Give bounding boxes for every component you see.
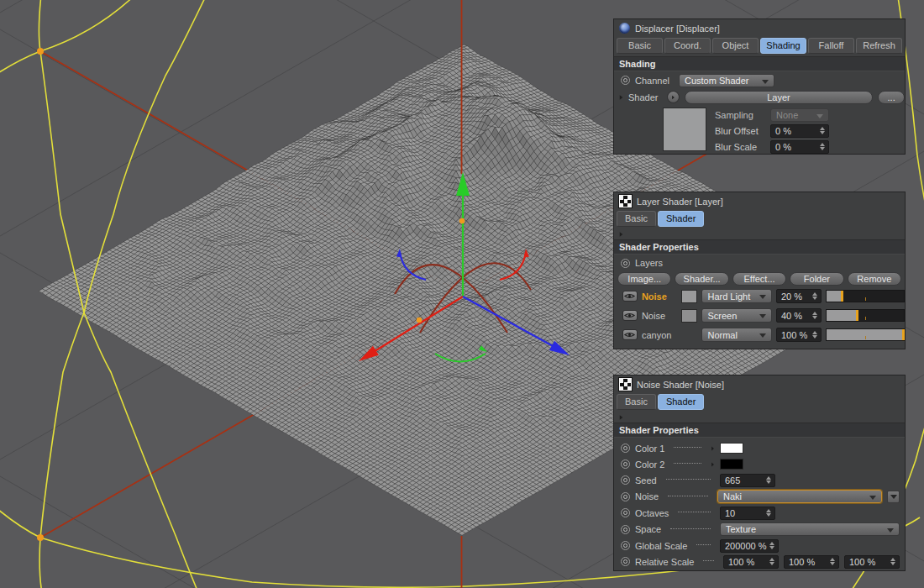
shading-section-header: Shading xyxy=(614,56,905,71)
color2-radio[interactable] xyxy=(621,459,630,469)
stepper-icon[interactable] xyxy=(768,540,776,552)
expand-arrow-icon[interactable] xyxy=(711,462,714,466)
effect-button[interactable]: Effect... xyxy=(732,272,786,286)
dotted-leader xyxy=(674,446,701,448)
relative-scale-radio[interactable] xyxy=(621,557,630,566)
noise-radio[interactable] xyxy=(621,492,630,501)
tab-basic[interactable]: Basic xyxy=(617,394,656,410)
color2-label: Color 2 xyxy=(635,459,664,470)
seed-radio[interactable] xyxy=(621,475,630,485)
stepper-icon[interactable] xyxy=(811,328,819,341)
tab-coord[interactable]: Coord. xyxy=(664,38,711,54)
relative-scale-label: Relative Scale xyxy=(635,557,694,567)
global-scale-radio[interactable] xyxy=(621,541,630,550)
channel-radio[interactable] xyxy=(621,76,630,85)
tab-object[interactable]: Object xyxy=(712,38,759,54)
blend-mode-dropdown[interactable]: Normal xyxy=(701,328,772,342)
color2-swatch[interactable] xyxy=(720,459,743,470)
relative-scale-z-field[interactable]: 100 % xyxy=(844,555,900,569)
noise-preset-button[interactable] xyxy=(887,491,900,503)
blur-scale-field[interactable]: 0 % xyxy=(770,140,829,154)
stepper-icon[interactable] xyxy=(764,475,773,486)
image-button[interactable]: Image... xyxy=(617,272,671,286)
layer-opacity-field[interactable]: 100 % xyxy=(776,328,822,342)
sampling-value: None xyxy=(776,110,798,120)
displacer-panel: Displacer [Displacer] Basic Coord. Objec… xyxy=(613,18,906,155)
blur-offset-field[interactable]: 0 % xyxy=(770,124,829,138)
stepper-icon[interactable] xyxy=(811,309,819,322)
layer-preview-swatch[interactable] xyxy=(681,290,698,303)
tab-shader[interactable]: Shader xyxy=(658,394,704,410)
octaves-value: 10 xyxy=(725,508,735,518)
tab-basic[interactable]: Basic xyxy=(617,38,663,54)
chevron-down-icon xyxy=(887,528,894,533)
shader-properties-header: Shader Properties xyxy=(614,423,905,438)
seed-value: 665 xyxy=(725,475,740,486)
layer-opacity-field[interactable]: 20 % xyxy=(776,289,822,303)
shader-expand-icon[interactable] xyxy=(620,95,623,100)
shader-link-button[interactable] xyxy=(667,91,680,103)
octaves-radio[interactable] xyxy=(621,508,630,517)
noise-type-dropdown[interactable]: Naki xyxy=(717,490,882,503)
stepper-icon[interactable] xyxy=(828,556,837,568)
layer-opacity-field[interactable]: 40 % xyxy=(776,308,822,323)
seed-label: Seed xyxy=(635,475,657,486)
tab-shading[interactable]: Shading xyxy=(760,38,806,54)
shader-button[interactable]: Shader... xyxy=(675,272,728,286)
eye-icon[interactable] xyxy=(622,310,638,321)
displacer-tabs: Basic Coord. Object Shading Falloff Refr… xyxy=(614,37,905,56)
layer-name[interactable]: Noise xyxy=(642,311,677,321)
blend-mode-dropdown[interactable]: Hard Light xyxy=(701,289,772,303)
stepper-icon[interactable] xyxy=(768,556,776,568)
folder-button[interactable]: Folder xyxy=(790,272,843,286)
eye-icon[interactable] xyxy=(622,291,638,302)
shader-more-button[interactable]: ... xyxy=(878,91,905,104)
color1-swatch[interactable] xyxy=(720,443,743,454)
displacer-icon xyxy=(619,23,630,34)
dotted-leader xyxy=(703,559,714,561)
channel-dropdown[interactable]: Custom Shader xyxy=(679,74,774,87)
stepper-icon[interactable] xyxy=(811,290,819,302)
chevron-down-icon xyxy=(759,333,766,338)
expand-arrow-icon[interactable] xyxy=(711,446,714,450)
expand-arrow-icon[interactable] xyxy=(620,415,623,420)
layer-name[interactable]: canyon xyxy=(642,330,677,340)
relative-scale-y-field[interactable]: 100 % xyxy=(784,555,839,569)
octaves-label: Octaves xyxy=(635,508,669,518)
expand-arrow-icon[interactable] xyxy=(620,232,623,237)
stepper-icon[interactable] xyxy=(818,125,827,137)
stepper-icon[interactable] xyxy=(889,556,897,568)
global-scale-field[interactable]: 200000 % xyxy=(720,539,779,553)
color1-radio[interactable] xyxy=(621,444,630,453)
layer-opacity-slider[interactable] xyxy=(826,328,905,341)
layers-radio[interactable] xyxy=(621,259,630,268)
stepper-icon[interactable] xyxy=(764,507,773,519)
blur-offset-label: Blur Offset xyxy=(715,126,764,136)
noise-shader-panel: Noise Shader [Noise] Basic Shader Shader… xyxy=(613,375,906,571)
layer-opacity-slider[interactable] xyxy=(826,309,905,322)
relative-scale-x-field[interactable]: 100 % xyxy=(723,555,779,569)
layer-preview-swatch[interactable] xyxy=(681,309,698,323)
seed-field[interactable]: 665 xyxy=(720,474,775,487)
shader-preview-swatch[interactable] xyxy=(663,108,706,151)
octaves-field[interactable]: 10 xyxy=(720,507,775,520)
layer-name[interactable]: Noise xyxy=(642,291,677,302)
tab-shader[interactable]: Shader xyxy=(658,211,704,227)
dotted-leader xyxy=(666,478,711,480)
space-radio[interactable] xyxy=(621,525,630,534)
noise-shader-tabs: Basic Shader xyxy=(614,393,905,412)
noise-shader-title: Noise Shader [Noise] xyxy=(637,380,724,390)
shader-layer-button[interactable]: Layer xyxy=(685,91,874,104)
layer-opacity-slider[interactable] xyxy=(826,290,905,302)
space-dropdown[interactable]: Texture xyxy=(720,522,900,536)
tab-falloff[interactable]: Falloff xyxy=(808,38,854,54)
eye-icon[interactable] xyxy=(622,329,638,340)
checker-shader-icon xyxy=(619,195,632,207)
stepper-icon[interactable] xyxy=(818,141,827,153)
displacer-titlebar: Displacer [Displacer] xyxy=(614,19,905,37)
tab-refresh[interactable]: Refresh xyxy=(856,38,902,54)
layer-opacity-value: 40 % xyxy=(781,311,802,321)
tab-basic[interactable]: Basic xyxy=(617,211,656,227)
blend-mode-dropdown[interactable]: Screen xyxy=(701,308,772,323)
remove-button[interactable]: Remove xyxy=(848,272,901,286)
